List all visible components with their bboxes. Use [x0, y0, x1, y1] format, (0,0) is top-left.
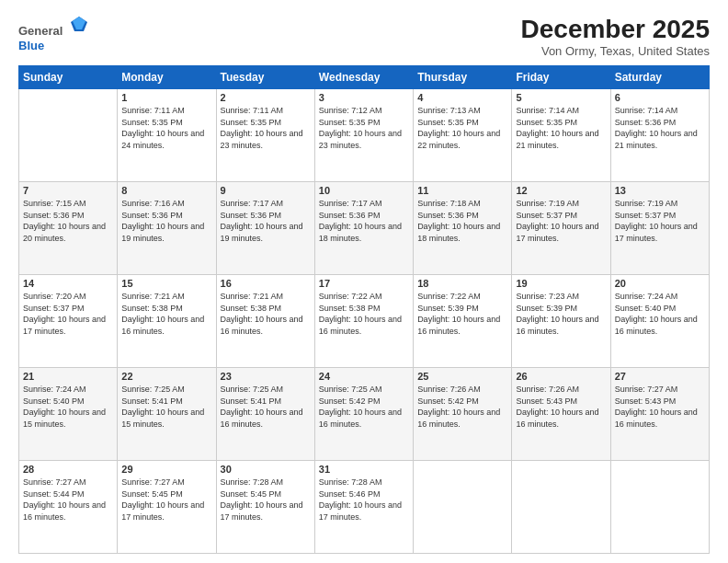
weekday-header-wednesday: Wednesday [314, 66, 413, 89]
month-title: December 2025 [521, 15, 710, 44]
day-info: Sunrise: 7:11 AM Sunset: 5:35 PM Dayligh… [221, 105, 311, 151]
week-row-3: 14Sunrise: 7:20 AM Sunset: 5:37 PM Dayli… [19, 275, 710, 368]
title-block: December 2025 Von Ormy, Texas, United St… [521, 15, 710, 58]
calendar-cell: 27Sunrise: 7:27 AM Sunset: 5:43 PM Dayli… [610, 368, 709, 461]
day-number: 15 [121, 278, 211, 289]
day-number: 30 [221, 464, 311, 475]
day-number: 14 [23, 278, 113, 289]
page-container: General Blue December 2025 Von Ormy, Tex… [0, 0, 728, 563]
calendar-cell: 28Sunrise: 7:27 AM Sunset: 5:44 PM Dayli… [19, 461, 118, 554]
weekday-header-sunday: Sunday [19, 66, 118, 89]
calendar-cell: 1Sunrise: 7:11 AM Sunset: 5:35 PM Daylig… [118, 89, 216, 182]
day-info: Sunrise: 7:24 AM Sunset: 5:40 PM Dayligh… [23, 384, 113, 430]
logo-general: General [18, 15, 89, 39]
day-info: Sunrise: 7:20 AM Sunset: 5:37 PM Dayligh… [23, 291, 113, 337]
day-number: 9 [221, 185, 311, 196]
day-info: Sunrise: 7:28 AM Sunset: 5:45 PM Dayligh… [221, 477, 311, 523]
day-info: Sunrise: 7:22 AM Sunset: 5:39 PM Dayligh… [417, 291, 507, 337]
calendar-cell: 15Sunrise: 7:21 AM Sunset: 5:38 PM Dayli… [118, 275, 216, 368]
day-number: 16 [221, 278, 311, 289]
day-info: Sunrise: 7:21 AM Sunset: 5:38 PM Dayligh… [121, 291, 211, 337]
logo-text: General Blue [18, 15, 89, 52]
calendar-cell: 5Sunrise: 7:14 AM Sunset: 5:35 PM Daylig… [512, 89, 610, 182]
day-info: Sunrise: 7:25 AM Sunset: 5:41 PM Dayligh… [121, 384, 211, 430]
day-info: Sunrise: 7:26 AM Sunset: 5:43 PM Dayligh… [516, 384, 606, 430]
day-info: Sunrise: 7:13 AM Sunset: 5:35 PM Dayligh… [417, 105, 507, 151]
day-info: Sunrise: 7:14 AM Sunset: 5:36 PM Dayligh… [615, 105, 705, 151]
day-info: Sunrise: 7:26 AM Sunset: 5:42 PM Dayligh… [417, 384, 507, 430]
calendar-cell: 17Sunrise: 7:22 AM Sunset: 5:38 PM Dayli… [314, 275, 413, 368]
day-number: 10 [319, 185, 409, 196]
day-info: Sunrise: 7:12 AM Sunset: 5:35 PM Dayligh… [319, 105, 409, 151]
weekday-header-row: SundayMondayTuesdayWednesdayThursdayFrid… [19, 66, 710, 89]
day-number: 20 [615, 278, 705, 289]
calendar-cell: 23Sunrise: 7:25 AM Sunset: 5:41 PM Dayli… [216, 368, 314, 461]
day-info: Sunrise: 7:17 AM Sunset: 5:36 PM Dayligh… [319, 198, 409, 244]
day-number: 23 [221, 371, 311, 382]
calendar-cell: 4Sunrise: 7:13 AM Sunset: 5:35 PM Daylig… [414, 89, 512, 182]
day-info: Sunrise: 7:23 AM Sunset: 5:39 PM Dayligh… [516, 291, 606, 337]
calendar-cell [19, 89, 118, 182]
calendar-cell: 20Sunrise: 7:24 AM Sunset: 5:40 PM Dayli… [610, 275, 709, 368]
calendar-cell: 19Sunrise: 7:23 AM Sunset: 5:39 PM Dayli… [512, 275, 610, 368]
calendar-cell: 16Sunrise: 7:21 AM Sunset: 5:38 PM Dayli… [216, 275, 314, 368]
calendar-cell [512, 461, 610, 554]
day-number: 3 [319, 92, 409, 103]
day-number: 19 [516, 278, 606, 289]
day-number: 21 [23, 371, 113, 382]
calendar-cell: 12Sunrise: 7:19 AM Sunset: 5:37 PM Dayli… [512, 182, 610, 275]
day-number: 31 [319, 464, 409, 475]
calendar-cell: 3Sunrise: 7:12 AM Sunset: 5:35 PM Daylig… [314, 89, 413, 182]
day-info: Sunrise: 7:28 AM Sunset: 5:46 PM Dayligh… [319, 477, 409, 523]
day-number: 29 [121, 464, 211, 475]
day-number: 17 [319, 278, 409, 289]
page-header: General Blue December 2025 Von Ormy, Tex… [18, 15, 710, 58]
calendar-cell: 14Sunrise: 7:20 AM Sunset: 5:37 PM Dayli… [19, 275, 118, 368]
day-info: Sunrise: 7:14 AM Sunset: 5:35 PM Dayligh… [516, 105, 606, 151]
week-row-5: 28Sunrise: 7:27 AM Sunset: 5:44 PM Dayli… [19, 461, 710, 554]
day-number: 4 [417, 92, 507, 103]
calendar-cell: 25Sunrise: 7:26 AM Sunset: 5:42 PM Dayli… [414, 368, 512, 461]
calendar-cell: 6Sunrise: 7:14 AM Sunset: 5:36 PM Daylig… [610, 89, 709, 182]
day-info: Sunrise: 7:27 AM Sunset: 5:44 PM Dayligh… [23, 477, 113, 523]
calendar-cell: 21Sunrise: 7:24 AM Sunset: 5:40 PM Dayli… [19, 368, 118, 461]
day-number: 27 [615, 371, 705, 382]
day-info: Sunrise: 7:25 AM Sunset: 5:41 PM Dayligh… [221, 384, 311, 430]
day-number: 18 [417, 278, 507, 289]
day-number: 8 [121, 185, 211, 196]
day-info: Sunrise: 7:16 AM Sunset: 5:36 PM Dayligh… [121, 198, 211, 244]
weekday-header-monday: Monday [118, 66, 216, 89]
logo: General Blue [18, 15, 89, 52]
calendar-cell: 10Sunrise: 7:17 AM Sunset: 5:36 PM Dayli… [314, 182, 413, 275]
logo-icon [69, 15, 89, 35]
calendar-cell: 30Sunrise: 7:28 AM Sunset: 5:45 PM Dayli… [216, 461, 314, 554]
day-number: 1 [121, 92, 211, 103]
calendar-cell: 24Sunrise: 7:25 AM Sunset: 5:42 PM Dayli… [314, 368, 413, 461]
day-number: 24 [319, 371, 409, 382]
day-info: Sunrise: 7:18 AM Sunset: 5:36 PM Dayligh… [417, 198, 507, 244]
weekday-header-tuesday: Tuesday [216, 66, 314, 89]
weekday-header-thursday: Thursday [414, 66, 512, 89]
calendar-cell [414, 461, 512, 554]
day-number: 28 [23, 464, 113, 475]
week-row-1: 1Sunrise: 7:11 AM Sunset: 5:35 PM Daylig… [19, 89, 710, 182]
day-info: Sunrise: 7:19 AM Sunset: 5:37 PM Dayligh… [516, 198, 606, 244]
weekday-header-friday: Friday [512, 66, 610, 89]
day-info: Sunrise: 7:21 AM Sunset: 5:38 PM Dayligh… [221, 291, 311, 337]
day-number: 13 [615, 185, 705, 196]
day-number: 22 [121, 371, 211, 382]
day-info: Sunrise: 7:15 AM Sunset: 5:36 PM Dayligh… [23, 198, 113, 244]
calendar-cell: 18Sunrise: 7:22 AM Sunset: 5:39 PM Dayli… [414, 275, 512, 368]
day-number: 26 [516, 371, 606, 382]
day-info: Sunrise: 7:27 AM Sunset: 5:45 PM Dayligh… [121, 477, 211, 523]
calendar-cell: 22Sunrise: 7:25 AM Sunset: 5:41 PM Dayli… [118, 368, 216, 461]
day-info: Sunrise: 7:27 AM Sunset: 5:43 PM Dayligh… [615, 384, 705, 430]
day-number: 6 [615, 92, 705, 103]
location: Von Ormy, Texas, United States [521, 44, 710, 58]
calendar-cell: 8Sunrise: 7:16 AM Sunset: 5:36 PM Daylig… [118, 182, 216, 275]
weekday-header-saturday: Saturday [610, 66, 709, 89]
day-number: 7 [23, 185, 113, 196]
day-number: 25 [417, 371, 507, 382]
day-info: Sunrise: 7:11 AM Sunset: 5:35 PM Dayligh… [121, 105, 211, 151]
calendar-cell: 9Sunrise: 7:17 AM Sunset: 5:36 PM Daylig… [216, 182, 314, 275]
